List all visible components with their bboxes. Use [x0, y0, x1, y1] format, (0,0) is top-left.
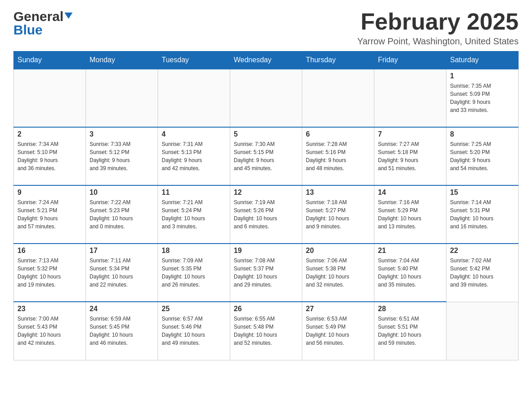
cell-w1-d2: [158, 69, 230, 127]
day-info: Sunrise: 7:19 AM Sunset: 5:26 PM Dayligh…: [234, 198, 298, 231]
week-row-2: 2Sunrise: 7:34 AM Sunset: 5:10 PM Daylig…: [14, 127, 519, 185]
day-info: Sunrise: 6:55 AM Sunset: 5:48 PM Dayligh…: [234, 315, 298, 347]
day-number: 7: [378, 130, 442, 138]
day-info: Sunrise: 7:33 AM Sunset: 5:12 PM Dayligh…: [90, 140, 154, 172]
day-info: Sunrise: 6:53 AM Sunset: 5:49 PM Dayligh…: [306, 315, 370, 347]
day-number: 15: [450, 188, 515, 197]
day-number: 12: [234, 188, 298, 197]
logo: General Blue: [13, 9, 73, 38]
cell-w2-d4: 6Sunrise: 7:28 AM Sunset: 5:16 PM Daylig…: [302, 127, 374, 185]
cell-w4-d6: 22Sunrise: 7:02 AM Sunset: 5:42 PM Dayli…: [446, 244, 519, 302]
day-number: 26: [234, 305, 298, 313]
week-row-4: 16Sunrise: 7:13 AM Sunset: 5:32 PM Dayli…: [14, 244, 519, 302]
day-info: Sunrise: 7:02 AM Sunset: 5:42 PM Dayligh…: [450, 257, 515, 289]
page-header: General Blue February 2025 Yarrow Point,…: [13, 9, 519, 47]
cell-w1-d1: [86, 69, 158, 127]
day-info: Sunrise: 7:09 AM Sunset: 5:35 PM Dayligh…: [162, 257, 226, 289]
logo-arrow-icon: [64, 13, 73, 21]
day-number: 18: [162, 247, 226, 255]
col-tuesday: Tuesday: [158, 51, 230, 69]
cell-w3-d3: 12Sunrise: 7:19 AM Sunset: 5:26 PM Dayli…: [230, 185, 302, 244]
day-info: Sunrise: 7:21 AM Sunset: 5:24 PM Dayligh…: [162, 198, 226, 231]
logo-blue-text: Blue: [13, 22, 43, 38]
cell-w5-d5: 28Sunrise: 6:51 AM Sunset: 5:51 PM Dayli…: [374, 302, 446, 360]
cell-w4-d2: 18Sunrise: 7:09 AM Sunset: 5:35 PM Dayli…: [158, 244, 230, 302]
day-number: 8: [450, 130, 515, 138]
day-info: Sunrise: 7:16 AM Sunset: 5:29 PM Dayligh…: [378, 198, 442, 231]
col-saturday: Saturday: [446, 51, 519, 69]
day-info: Sunrise: 7:18 AM Sunset: 5:27 PM Dayligh…: [306, 198, 370, 231]
cell-w5-d6: [446, 302, 519, 360]
cell-w3-d0: 9Sunrise: 7:24 AM Sunset: 5:21 PM Daylig…: [14, 185, 86, 244]
cell-w2-d5: 7Sunrise: 7:27 AM Sunset: 5:18 PM Daylig…: [374, 127, 446, 185]
cell-w4-d4: 20Sunrise: 7:06 AM Sunset: 5:38 PM Dayli…: [302, 244, 374, 302]
cell-w3-d1: 10Sunrise: 7:22 AM Sunset: 5:23 PM Dayli…: [86, 185, 158, 244]
day-info: Sunrise: 7:08 AM Sunset: 5:37 PM Dayligh…: [234, 257, 298, 289]
cell-w4-d0: 16Sunrise: 7:13 AM Sunset: 5:32 PM Dayli…: [14, 244, 86, 302]
day-number: 3: [90, 130, 154, 138]
day-info: Sunrise: 7:30 AM Sunset: 5:15 PM Dayligh…: [234, 140, 298, 172]
cell-w4-d5: 21Sunrise: 7:04 AM Sunset: 5:40 PM Dayli…: [374, 244, 446, 302]
day-info: Sunrise: 7:11 AM Sunset: 5:34 PM Dayligh…: [90, 257, 154, 289]
day-number: 17: [90, 247, 154, 255]
day-info: Sunrise: 7:28 AM Sunset: 5:16 PM Dayligh…: [306, 140, 370, 172]
day-info: Sunrise: 6:51 AM Sunset: 5:51 PM Dayligh…: [378, 315, 442, 347]
day-number: 25: [162, 305, 226, 313]
day-number: 16: [17, 247, 82, 255]
day-info: Sunrise: 7:24 AM Sunset: 5:21 PM Dayligh…: [17, 198, 82, 231]
col-thursday: Thursday: [302, 51, 374, 69]
col-wednesday: Wednesday: [230, 51, 302, 69]
cell-w2-d6: 8Sunrise: 7:25 AM Sunset: 5:20 PM Daylig…: [446, 127, 519, 185]
col-sunday: Sunday: [14, 51, 86, 69]
cell-w2-d2: 4Sunrise: 7:31 AM Sunset: 5:13 PM Daylig…: [158, 127, 230, 185]
col-monday: Monday: [86, 51, 158, 69]
day-number: 5: [234, 130, 298, 138]
day-info: Sunrise: 7:31 AM Sunset: 5:13 PM Dayligh…: [162, 140, 226, 172]
cell-w5-d0: 23Sunrise: 7:00 AM Sunset: 5:43 PM Dayli…: [14, 302, 86, 360]
cell-w1-d4: [302, 69, 374, 127]
cell-w2-d3: 5Sunrise: 7:30 AM Sunset: 5:15 PM Daylig…: [230, 127, 302, 185]
day-number: 20: [306, 247, 370, 255]
calendar-header-row: Sunday Monday Tuesday Wednesday Thursday…: [14, 51, 519, 69]
cell-w5-d4: 27Sunrise: 6:53 AM Sunset: 5:49 PM Dayli…: [302, 302, 374, 360]
cell-w1-d5: [374, 69, 446, 127]
month-title: February 2025: [357, 9, 519, 34]
day-info: Sunrise: 6:57 AM Sunset: 5:46 PM Dayligh…: [162, 315, 226, 347]
week-row-5: 23Sunrise: 7:00 AM Sunset: 5:43 PM Dayli…: [14, 302, 519, 360]
location: Yarrow Point, Washington, United States: [357, 36, 519, 47]
day-number: 13: [306, 188, 370, 197]
cell-w3-d2: 11Sunrise: 7:21 AM Sunset: 5:24 PM Dayli…: [158, 185, 230, 244]
day-number: 19: [234, 247, 298, 255]
cell-w1-d6: 1Sunrise: 7:35 AM Sunset: 5:09 PM Daylig…: [446, 69, 519, 127]
day-number: 22: [450, 247, 515, 255]
day-info: Sunrise: 7:25 AM Sunset: 5:20 PM Dayligh…: [450, 140, 515, 172]
day-info: Sunrise: 7:04 AM Sunset: 5:40 PM Dayligh…: [378, 257, 442, 289]
cell-w2-d1: 3Sunrise: 7:33 AM Sunset: 5:12 PM Daylig…: [86, 127, 158, 185]
title-block: February 2025 Yarrow Point, Washington, …: [357, 9, 519, 47]
cell-w3-d4: 13Sunrise: 7:18 AM Sunset: 5:27 PM Dayli…: [302, 185, 374, 244]
cell-w5-d2: 25Sunrise: 6:57 AM Sunset: 5:46 PM Dayli…: [158, 302, 230, 360]
day-number: 21: [378, 247, 442, 255]
day-number: 1: [450, 72, 515, 80]
day-number: 24: [90, 305, 154, 313]
day-number: 2: [17, 130, 82, 138]
day-number: 14: [378, 188, 442, 197]
day-number: 28: [378, 305, 442, 313]
day-info: Sunrise: 7:13 AM Sunset: 5:32 PM Dayligh…: [17, 257, 82, 289]
day-number: 9: [17, 188, 82, 197]
day-number: 4: [162, 130, 226, 138]
day-info: Sunrise: 7:06 AM Sunset: 5:38 PM Dayligh…: [306, 257, 370, 289]
cell-w2-d0: 2Sunrise: 7:34 AM Sunset: 5:10 PM Daylig…: [14, 127, 86, 185]
day-info: Sunrise: 6:59 AM Sunset: 5:45 PM Dayligh…: [90, 315, 154, 347]
day-number: 23: [17, 305, 82, 313]
day-number: 6: [306, 130, 370, 138]
day-info: Sunrise: 7:22 AM Sunset: 5:23 PM Dayligh…: [90, 198, 154, 231]
day-number: 27: [306, 305, 370, 313]
day-info: Sunrise: 7:00 AM Sunset: 5:43 PM Dayligh…: [17, 315, 82, 347]
cell-w4-d3: 19Sunrise: 7:08 AM Sunset: 5:37 PM Dayli…: [230, 244, 302, 302]
cell-w3-d5: 14Sunrise: 7:16 AM Sunset: 5:29 PM Dayli…: [374, 185, 446, 244]
day-info: Sunrise: 7:27 AM Sunset: 5:18 PM Dayligh…: [378, 140, 442, 172]
cell-w4-d1: 17Sunrise: 7:11 AM Sunset: 5:34 PM Dayli…: [86, 244, 158, 302]
cell-w1-d3: [230, 69, 302, 127]
cell-w3-d6: 15Sunrise: 7:14 AM Sunset: 5:31 PM Dayli…: [446, 185, 519, 244]
